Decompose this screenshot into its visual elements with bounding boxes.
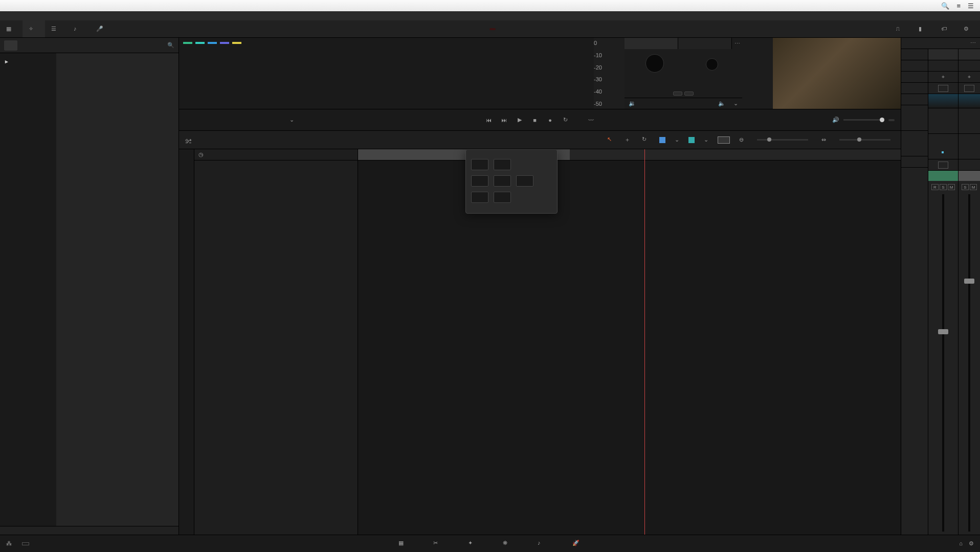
add-marker-tool[interactable]: ＋ xyxy=(625,136,633,144)
fast-forward-button[interactable]: ⏭ xyxy=(500,116,508,124)
chevron-down-icon[interactable]: ⌄ xyxy=(733,100,738,107)
main-assign[interactable] xyxy=(959,159,980,171)
fader[interactable] xyxy=(942,194,944,532)
audio-fx-category[interactable]: ▸ xyxy=(0,55,56,68)
chevron-down-icon[interactable]: ⌄ xyxy=(675,136,679,143)
selection-tool[interactable]: ↖ xyxy=(607,136,615,144)
timeline-dropdown[interactable]: ⌄ xyxy=(287,117,294,123)
zoom-slider[interactable] xyxy=(757,139,808,141)
stop-button[interactable]: ■ xyxy=(531,116,539,124)
mixer-label-effects xyxy=(901,72,928,83)
favorites-section[interactable] xyxy=(0,526,179,535)
panel-menu-icon[interactable]: ⋯ xyxy=(732,38,742,49)
dim-button[interactable] xyxy=(888,119,895,121)
page-deliver[interactable]: 🚀 xyxy=(572,540,582,548)
chevron-down-icon[interactable]: ⌄ xyxy=(704,136,708,143)
effects-library-panel: 🔍 ▸ xyxy=(0,38,179,535)
m-knob[interactable] xyxy=(706,58,718,71)
inspector-button[interactable]: ⚙ xyxy=(957,26,980,33)
h-zoom-slider[interactable] xyxy=(839,139,890,141)
index-button[interactable]: ☰ xyxy=(45,20,68,37)
h-zoom-icon[interactable]: ⇔ xyxy=(821,136,826,143)
solo-button[interactable]: S xyxy=(940,184,947,190)
pause-button[interactable] xyxy=(673,91,682,96)
page-fairlight[interactable]: ♪ xyxy=(538,540,547,548)
settings-icon[interactable]: ⚙ xyxy=(969,540,974,547)
speaker-icon[interactable]: 🔉 xyxy=(629,100,636,107)
loudness-tab[interactable] xyxy=(678,38,732,49)
dynamics-slot[interactable] xyxy=(959,108,980,134)
menu-extras2-icon[interactable]: ☰ xyxy=(968,2,974,10)
eq-slot[interactable] xyxy=(928,94,958,108)
edit-toolbar: ⎆ ↖ ＋ ↻ ⌄ ⌄ ⊖ ⇔ xyxy=(179,131,901,149)
speaker-icon[interactable]: 🔈 xyxy=(718,100,725,107)
macos-menubar: 🔍 ≡ ☰ xyxy=(0,0,980,11)
home-icon[interactable]: ⌂ xyxy=(959,540,963,547)
pan-slot[interactable] xyxy=(959,134,980,159)
adr-button[interactable]: 🎤 xyxy=(90,20,113,37)
flag-cyan[interactable] xyxy=(688,137,695,143)
effects-slot[interactable]: + xyxy=(928,72,958,83)
search-icon[interactable]: 🔍 xyxy=(167,42,174,49)
timeline-view-options-button[interactable] xyxy=(718,136,730,144)
timeline-ruler[interactable] xyxy=(358,149,901,160)
scroller-option-3[interactable] xyxy=(516,175,533,187)
effects-library-button[interactable]: ✧ xyxy=(23,20,45,37)
rewind-button[interactable]: ⏮ xyxy=(485,116,493,124)
main-assign[interactable] xyxy=(928,159,958,171)
effects-slot[interactable]: + xyxy=(959,72,980,83)
audio-view-option-1[interactable] xyxy=(471,192,488,203)
monitor-volume-slider[interactable] xyxy=(843,119,884,121)
scroller-option-2[interactable] xyxy=(494,175,511,187)
menu-extras-icon[interactable]: ≡ xyxy=(956,2,961,10)
clock-icon: ◷ xyxy=(198,151,204,158)
fader[interactable] xyxy=(968,194,970,532)
scroller-option-1[interactable] xyxy=(471,175,488,187)
out-point-icon[interactable]: ⎇ xyxy=(185,138,192,145)
automation-button[interactable]: 〰 xyxy=(587,116,595,124)
sound-library-button[interactable]: ♪ xyxy=(68,20,90,37)
zoom-out-icon[interactable]: ⊖ xyxy=(739,136,744,143)
video-viewer[interactable] xyxy=(773,38,901,109)
metadata-button[interactable]: 🏷 xyxy=(935,26,957,33)
monitor-level-knob[interactable] xyxy=(645,54,664,73)
input-slot[interactable] xyxy=(959,60,980,72)
input-slot[interactable] xyxy=(928,60,958,72)
view-option-2[interactable] xyxy=(494,159,511,170)
speaker-icon[interactable]: 🔊 xyxy=(832,117,839,123)
control-room-tab[interactable] xyxy=(625,38,678,49)
play-button[interactable]: ▶ xyxy=(516,116,524,124)
reset-button[interactable] xyxy=(684,91,694,96)
strip-name xyxy=(928,171,958,181)
media-pool-button[interactable]: ▦ xyxy=(0,20,23,37)
record-button[interactable]: ● xyxy=(546,116,554,124)
page-edit[interactable]: ✂ xyxy=(433,540,442,548)
mute-button[interactable]: M xyxy=(948,184,955,190)
refresh-tool[interactable]: ↻ xyxy=(642,136,650,144)
insert-slot[interactable] xyxy=(959,83,980,94)
mixer-button[interactable]: ⎍ xyxy=(890,26,912,33)
page-color[interactable]: ❋ xyxy=(503,540,512,548)
insert-slot[interactable] xyxy=(928,83,958,94)
flag-blue[interactable] xyxy=(659,137,665,143)
page-fusion[interactable]: ✦ xyxy=(468,540,477,548)
pan-slot[interactable] xyxy=(928,134,958,159)
mixer-menu-icon[interactable]: ⋯ xyxy=(970,40,976,47)
timeline-view-options-popup xyxy=(465,149,558,214)
track-index-gutter xyxy=(179,149,194,535)
cat-fairlightfx[interactable] xyxy=(0,68,56,74)
view-option-1[interactable] xyxy=(471,159,488,170)
search-icon[interactable]: 🔍 xyxy=(941,2,949,10)
solo-button[interactable]: S xyxy=(962,184,969,190)
loop-button[interactable]: ↻ xyxy=(562,116,570,124)
dynamics-slot[interactable] xyxy=(928,108,958,134)
record-arm-button[interactable]: R xyxy=(931,184,939,190)
playhead[interactable] xyxy=(644,149,645,535)
library-view-dropdown[interactable] xyxy=(4,40,17,51)
audio-view-option-2[interactable] xyxy=(494,192,511,203)
eq-slot[interactable] xyxy=(959,94,980,108)
cat-au-effects[interactable] xyxy=(0,74,56,80)
page-media[interactable]: ▦ xyxy=(398,540,408,548)
mute-button[interactable]: M xyxy=(970,184,977,190)
meters-button[interactable]: ▮ xyxy=(912,26,935,33)
